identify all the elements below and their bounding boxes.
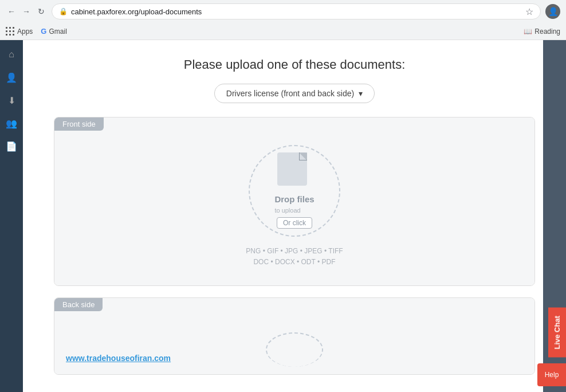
g-logo: G: [41, 27, 46, 36]
document-selector-label: Drivers license (front and back side): [226, 89, 354, 98]
front-side-section: Front side Drop files to upload Or cl: [54, 117, 535, 286]
bookmarks-bar: Apps G Gmail 📖 Reading: [0, 23, 566, 40]
partial-drop-circle-back: [266, 332, 323, 367]
nav-buttons: ← → ↻: [6, 6, 47, 17]
sidebar-icon-download[interactable]: ⬇: [3, 92, 20, 109]
profile-icon[interactable]: 👤: [545, 4, 560, 19]
sidebar-icon-home[interactable]: ⌂: [3, 46, 20, 63]
help-button[interactable]: Help: [537, 363, 566, 386]
apps-button[interactable]: Apps: [6, 27, 33, 36]
file-types-info: PNG • GIF • JPG • JPEG • TIFF DOC • DOCX…: [246, 246, 343, 268]
back-side-section: Back side www.tradehouseofiran.com: [54, 297, 535, 375]
browser-chrome: ← → ↻ 🔒 cabinet.paxforex.org/upload-docu…: [0, 0, 566, 40]
live-chat-button[interactable]: Live Chat: [548, 308, 566, 358]
sidebar-icon-file[interactable]: 📄: [3, 138, 20, 155]
lock-icon: 🔒: [59, 7, 68, 15]
main-content: Please upload one of these documents: Dr…: [23, 40, 566, 392]
star-icon: ☆: [525, 6, 533, 17]
apps-label: Apps: [17, 28, 33, 36]
watermark-text: www.tradehouseofiran.com: [66, 354, 171, 363]
address-bar[interactable]: 🔒 cabinet.paxforex.org/upload-documents …: [52, 3, 541, 19]
gmail-label: Gmail: [49, 28, 66, 36]
or-click-button[interactable]: Or click: [277, 217, 312, 229]
front-drop-zone[interactable]: Drop files to upload Or click PNG • GIF …: [54, 117, 534, 286]
document-selector-dropdown[interactable]: Drivers license (front and back side) ▾: [214, 84, 375, 103]
front-side-label: Front side: [54, 117, 104, 131]
back-drop-zone[interactable]: www.tradehouseofiran.com: [54, 298, 534, 375]
drop-text: Drop files to upload: [274, 194, 314, 215]
back-button[interactable]: ←: [6, 6, 17, 17]
browser-toolbar: ← → ↻ 🔒 cabinet.paxforex.org/upload-docu…: [0, 0, 566, 23]
reading-icon: 📖: [524, 28, 532, 36]
reading-label: Reading: [534, 28, 560, 36]
sidebar-icon-user[interactable]: 👤: [3, 69, 20, 86]
page-title: Please upload one of these documents:: [184, 57, 406, 72]
back-side-label: Back side: [54, 298, 103, 311]
page-wrapper: ⌂ 👤 ⬇ 👥 📄 Please upload one of these doc…: [0, 40, 566, 392]
gmail-button[interactable]: G Gmail: [41, 27, 66, 36]
reading-list[interactable]: 📖 Reading: [524, 28, 560, 36]
forward-button[interactable]: →: [21, 6, 32, 17]
url-text: cabinet.paxforex.org/upload-documents: [71, 7, 520, 16]
left-sidebar: ⌂ 👤 ⬇ 👥 📄: [0, 40, 23, 392]
file-upload-icon: [277, 152, 312, 190]
drop-circle-front: Drop files to upload Or click: [249, 145, 340, 237]
apps-grid-icon: [6, 27, 15, 36]
sidebar-icon-users[interactable]: 👥: [3, 115, 20, 132]
refresh-button[interactable]: ↻: [36, 6, 47, 17]
dropdown-arrow-icon: ▾: [359, 89, 363, 98]
